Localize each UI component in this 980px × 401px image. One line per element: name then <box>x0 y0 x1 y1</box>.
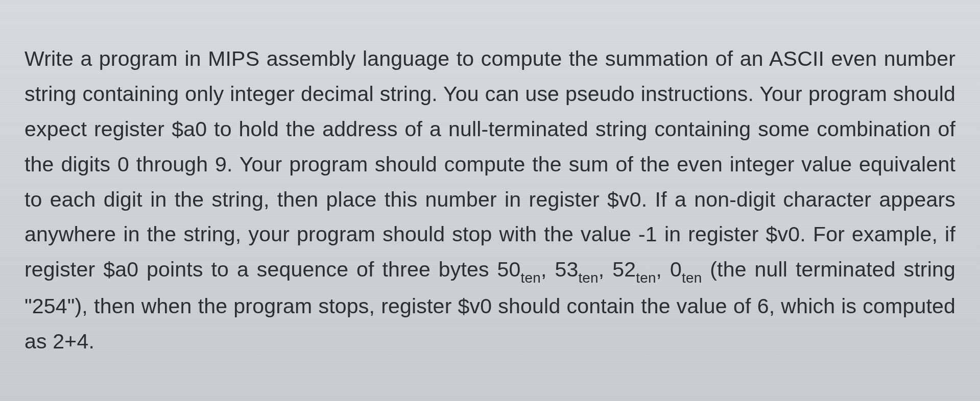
subscript-ten-3: ten <box>636 270 656 286</box>
problem-text-sep-2: , 52 <box>599 258 636 281</box>
subscript-ten-4: ten <box>682 270 702 286</box>
subscript-ten-1: ten <box>521 270 541 286</box>
problem-text-sep-1: , 53 <box>541 258 578 281</box>
problem-statement: Write a program in MIPS assembly languag… <box>25 41 955 359</box>
problem-text-part-a: Write a program in MIPS assembly languag… <box>25 47 955 281</box>
problem-text-sep-3: , 0 <box>656 258 682 281</box>
document-page: Write a program in MIPS assembly languag… <box>0 0 980 401</box>
subscript-ten-2: ten <box>578 270 598 286</box>
